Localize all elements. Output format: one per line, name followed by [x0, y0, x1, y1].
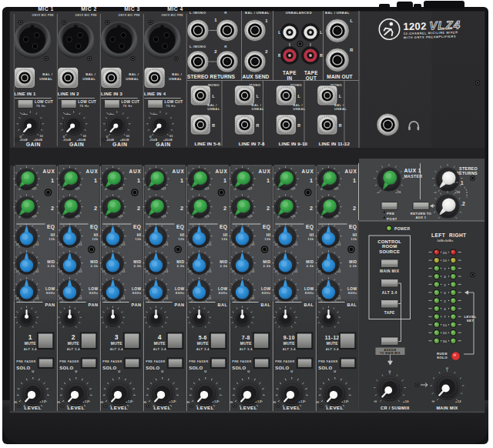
svg-text:60: 60	[40, 135, 43, 138]
svg-text:2: 2	[94, 205, 97, 212]
svg-text:L: L	[339, 94, 342, 99]
svg-text:PRE FADER: PRE FADER	[16, 360, 35, 363]
svg-text:12k: 12k	[221, 237, 228, 241]
svg-text:7: 7	[444, 315, 446, 319]
svg-text:MID: MID	[133, 260, 141, 264]
svg-text:ALT 3-4: ALT 3-4	[326, 347, 340, 351]
svg-text:BAL /: BAL /	[129, 72, 139, 76]
svg-text:R: R	[320, 53, 323, 58]
svg-text:MUTE: MUTE	[240, 341, 252, 346]
svg-text:12k: 12k	[264, 237, 271, 241]
svg-text:LEVEL: LEVEL	[111, 405, 128, 410]
svg-text:2: 2	[353, 205, 356, 212]
svg-text:11-12: 11-12	[325, 335, 340, 340]
svg-text:+15: +15	[163, 270, 168, 273]
svg-text:+15: +15	[34, 270, 39, 273]
svg-text:∞: ∞	[143, 400, 146, 404]
svg-text:-15: -15	[273, 297, 277, 300]
svg-text:+15: +15	[163, 243, 168, 246]
svg-text:+15: +15	[32, 187, 36, 190]
svg-text:2.5k: 2.5k	[48, 264, 55, 268]
svg-text:POWER: POWER	[394, 226, 410, 231]
svg-text:-15: -15	[230, 297, 234, 300]
svg-text:+15: +15	[336, 297, 340, 300]
svg-text:LEVEL: LEVEL	[197, 405, 214, 410]
svg-text:MID: MID	[306, 260, 314, 264]
svg-text:-∞: -∞	[105, 187, 108, 190]
svg-text:LINE IN 7-8: LINE IN 7-8	[239, 141, 265, 146]
svg-text:UNBAL: UNBAL	[293, 107, 305, 111]
svg-text:MID: MID	[220, 260, 227, 264]
svg-text:+15: +15	[204, 187, 209, 190]
svg-text:GAIN: GAIN	[26, 142, 41, 147]
svg-text:5-6: 5-6	[199, 335, 207, 340]
svg-text:-15: -15	[317, 243, 320, 246]
svg-text:SOURCE: SOURCE	[379, 249, 400, 254]
svg-text:0dB=0dBu: 0dB=0dBu	[437, 239, 453, 242]
svg-text:BAL /: BAL /	[86, 72, 96, 76]
svg-text:AUX: AUX	[43, 169, 55, 174]
svg-text:-∞: -∞	[148, 215, 151, 218]
svg-text:BAL /: BAL /	[334, 103, 344, 107]
svg-text:MASTER: MASTER	[404, 174, 423, 179]
svg-text:∞: ∞	[316, 400, 319, 404]
svg-text:ONYX MIC PRE: ONYX MIC PRE	[119, 14, 141, 17]
svg-text:+15: +15	[334, 187, 338, 190]
svg-text:MAIN MIX: MAIN MIX	[380, 269, 400, 273]
svg-text:12k: 12k	[178, 237, 185, 241]
svg-text:2: 2	[444, 283, 446, 287]
svg-text:MID: MID	[349, 260, 357, 264]
svg-text:-15: -15	[58, 243, 62, 246]
svg-text:SOLO: SOLO	[59, 366, 73, 370]
svg-text:-∞: -∞	[320, 187, 324, 190]
svg-text:0: 0	[444, 291, 446, 295]
svg-text:PAN: PAN	[175, 303, 185, 307]
svg-text:L: L	[350, 18, 354, 23]
svg-text:+15: +15	[34, 243, 39, 246]
svg-text:1: 1	[265, 18, 268, 23]
svg-text:+15: +15	[336, 243, 340, 246]
svg-text:L: L	[320, 30, 323, 35]
svg-text:4: 4	[444, 275, 446, 279]
svg-text:LOW CUT: LOW CUT	[35, 100, 53, 104]
svg-text:+15: +15	[120, 297, 125, 300]
svg-text:∞: ∞	[273, 400, 276, 404]
svg-text:7-8: 7-8	[242, 335, 250, 340]
svg-text:LOW: LOW	[175, 287, 185, 291]
svg-text:AUX: AUX	[129, 169, 142, 174]
svg-text:HI: HI	[353, 233, 357, 237]
svg-text:HI: HI	[94, 233, 99, 237]
svg-text:VLZ4: VLZ4	[429, 18, 461, 32]
svg-text:SOLO: SOLO	[275, 366, 289, 370]
svg-text:HI: HI	[180, 233, 185, 237]
svg-text:1: 1	[137, 177, 140, 184]
svg-text:ALT 3-4: ALT 3-4	[240, 347, 253, 351]
svg-text:U: U	[32, 369, 34, 373]
svg-text:-∞: -∞	[234, 215, 237, 218]
svg-text:LOW: LOW	[45, 287, 55, 291]
svg-text:∞: ∞	[230, 400, 233, 404]
svg-text:-∞: -∞	[105, 215, 108, 218]
svg-text:-15: -15	[144, 297, 148, 300]
svg-text:+15: +15	[247, 215, 252, 218]
svg-text:30: 30	[443, 339, 448, 343]
svg-text:GAIN: GAIN	[156, 142, 170, 147]
svg-text:3: 3	[115, 333, 119, 341]
svg-text:BAL: BAL	[218, 303, 228, 307]
svg-text:80Hz: 80Hz	[262, 291, 271, 295]
svg-text:R: R	[224, 11, 227, 15]
svg-text:12k: 12k	[135, 237, 142, 241]
svg-text:LOW CUT: LOW CUT	[165, 100, 183, 104]
svg-text:PRE FADER: PRE FADER	[232, 360, 251, 363]
svg-text:75 Hz: 75 Hz	[79, 104, 89, 108]
svg-text:EQ: EQ	[263, 224, 271, 230]
svg-text:80Hz: 80Hz	[89, 291, 99, 295]
svg-text:CONTROL: CONTROL	[377, 239, 401, 244]
svg-text:LOW: LOW	[261, 287, 271, 291]
svg-text:1: 1	[180, 177, 183, 184]
svg-text:+15: +15	[118, 187, 122, 190]
svg-text:20: 20	[443, 251, 448, 255]
svg-text:1: 1	[214, 18, 217, 22]
svg-text:+12: +12	[212, 400, 218, 403]
svg-text:EQ: EQ	[47, 224, 55, 230]
